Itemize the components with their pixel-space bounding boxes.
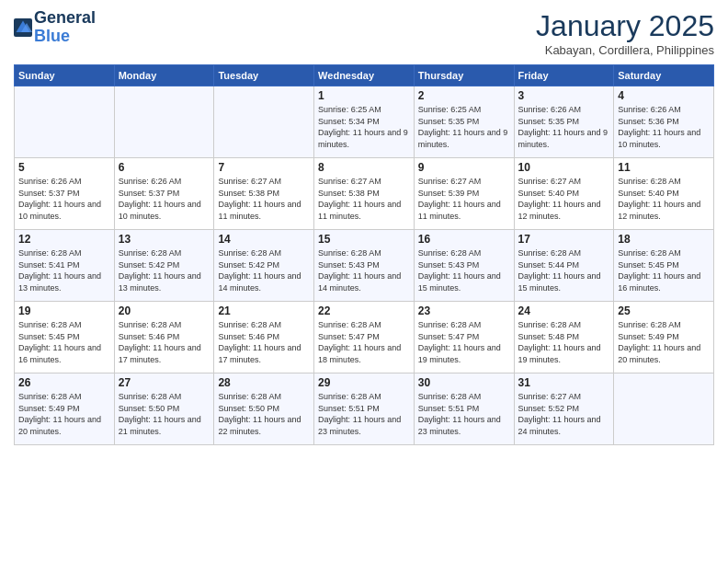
calendar-cell: 28 Sunrise: 6:28 AM Sunset: 5:50 PM Dayl… — [214, 373, 314, 445]
daylight-text: Daylight: 11 hours and 19 minutes. — [518, 343, 601, 364]
sunrise-text: Sunrise: 6:28 AM — [318, 248, 381, 258]
day-info: Sunrise: 6:28 AM Sunset: 5:51 PM Dayligh… — [318, 391, 410, 437]
calendar-cell: 30 Sunrise: 6:28 AM Sunset: 5:51 PM Dayl… — [414, 373, 514, 445]
day-info: Sunrise: 6:27 AM Sunset: 5:40 PM Dayligh… — [518, 176, 610, 222]
page-header: GeneralBlue January 2025 Kabayan, Cordil… — [14, 9, 714, 57]
sunset-text: Sunset: 5:35 PM — [418, 117, 480, 126]
daylight-text: Daylight: 11 hours and 22 minutes. — [218, 415, 301, 436]
day-info: Sunrise: 6:26 AM Sunset: 5:35 PM Dayligh… — [518, 104, 610, 150]
day-number: 26 — [18, 376, 110, 389]
daylight-text: Daylight: 11 hours and 23 minutes. — [418, 415, 501, 436]
location-text: Kabayan, Cordillera, Philippines — [536, 43, 714, 57]
day-number: 14 — [218, 233, 310, 246]
day-number: 29 — [318, 376, 410, 389]
sunset-text: Sunset: 5:40 PM — [618, 189, 679, 198]
col-thursday: Thursday — [414, 65, 514, 86]
day-info: Sunrise: 6:27 AM Sunset: 5:52 PM Dayligh… — [518, 391, 610, 437]
day-info: Sunrise: 6:28 AM Sunset: 5:44 PM Dayligh… — [518, 247, 610, 293]
month-title: January 2025 — [536, 9, 714, 43]
sunrise-text: Sunrise: 6:28 AM — [618, 177, 681, 186]
sunset-text: Sunset: 5:42 PM — [119, 260, 180, 270]
logo-text: GeneralBlue — [34, 9, 96, 46]
calendar-cell: 18 Sunrise: 6:28 AM Sunset: 5:45 PM Dayl… — [614, 230, 714, 302]
daylight-text: Daylight: 11 hours and 24 minutes. — [518, 415, 601, 436]
calendar-cell: 21 Sunrise: 6:28 AM Sunset: 5:46 PM Dayl… — [214, 302, 314, 373]
sunset-text: Sunset: 5:50 PM — [218, 404, 279, 413]
day-number: 18 — [618, 233, 710, 246]
calendar-cell: 26 Sunrise: 6:28 AM Sunset: 5:49 PM Dayl… — [15, 373, 115, 445]
sunrise-text: Sunrise: 6:27 AM — [318, 177, 381, 186]
daylight-text: Daylight: 11 hours and 16 minutes. — [18, 343, 101, 364]
col-wednesday: Wednesday — [314, 65, 415, 86]
daylight-text: Daylight: 11 hours and 11 minutes. — [418, 200, 501, 221]
sunrise-text: Sunrise: 6:28 AM — [618, 248, 681, 258]
sunrise-text: Sunrise: 6:26 AM — [618, 105, 681, 114]
day-number: 17 — [518, 233, 610, 246]
calendar-cell: 5 Sunrise: 6:26 AM Sunset: 5:37 PM Dayli… — [15, 158, 115, 230]
week-row-2: 5 Sunrise: 6:26 AM Sunset: 5:37 PM Dayli… — [15, 158, 714, 230]
sunrise-text: Sunrise: 6:28 AM — [618, 320, 681, 329]
day-info: Sunrise: 6:28 AM Sunset: 5:47 PM Dayligh… — [318, 319, 410, 365]
header-row: Sunday Monday Tuesday Wednesday Thursday… — [15, 65, 714, 86]
calendar-cell: 16 Sunrise: 6:28 AM Sunset: 5:43 PM Dayl… — [414, 230, 514, 302]
day-number: 9 — [418, 161, 510, 174]
day-info: Sunrise: 6:28 AM Sunset: 5:43 PM Dayligh… — [318, 247, 410, 293]
day-info: Sunrise: 6:28 AM Sunset: 5:51 PM Dayligh… — [418, 391, 510, 437]
calendar-cell: 19 Sunrise: 6:28 AM Sunset: 5:45 PM Dayl… — [15, 302, 115, 373]
sunset-text: Sunset: 5:43 PM — [318, 260, 380, 270]
calendar-cell: 25 Sunrise: 6:28 AM Sunset: 5:49 PM Dayl… — [614, 302, 714, 373]
day-number: 12 — [18, 233, 110, 246]
calendar-cell: 7 Sunrise: 6:27 AM Sunset: 5:38 PM Dayli… — [214, 158, 314, 230]
calendar-table: Sunday Monday Tuesday Wednesday Thursday… — [14, 64, 714, 445]
day-info: Sunrise: 6:28 AM Sunset: 5:45 PM Dayligh… — [18, 319, 110, 365]
week-row-5: 26 Sunrise: 6:28 AM Sunset: 5:49 PM Dayl… — [15, 373, 714, 445]
sunset-text: Sunset: 5:43 PM — [418, 260, 480, 270]
day-number: 2 — [418, 89, 510, 102]
calendar-cell: 27 Sunrise: 6:28 AM Sunset: 5:50 PM Dayl… — [114, 373, 214, 445]
logo: GeneralBlue — [14, 9, 96, 46]
day-number: 16 — [418, 233, 510, 246]
sunset-text: Sunset: 5:46 PM — [119, 332, 180, 341]
day-info: Sunrise: 6:27 AM Sunset: 5:38 PM Dayligh… — [218, 176, 310, 222]
daylight-text: Daylight: 11 hours and 18 minutes. — [318, 343, 401, 364]
day-info: Sunrise: 6:27 AM Sunset: 5:38 PM Dayligh… — [318, 176, 410, 222]
day-number: 6 — [119, 161, 210, 174]
day-number: 3 — [518, 89, 610, 102]
day-number: 24 — [518, 304, 610, 317]
col-friday: Friday — [514, 65, 614, 86]
sunrise-text: Sunrise: 6:28 AM — [418, 248, 482, 258]
sunset-text: Sunset: 5:45 PM — [618, 260, 679, 270]
sunrise-text: Sunrise: 6:28 AM — [418, 320, 482, 329]
day-info: Sunrise: 6:28 AM Sunset: 5:47 PM Dayligh… — [418, 319, 510, 365]
logo-icon — [14, 18, 32, 37]
day-info: Sunrise: 6:28 AM Sunset: 5:41 PM Dayligh… — [18, 247, 110, 293]
sunrise-text: Sunrise: 6:28 AM — [119, 248, 182, 258]
daylight-text: Daylight: 11 hours and 9 minutes. — [518, 128, 609, 149]
sunrise-text: Sunrise: 6:28 AM — [18, 392, 82, 401]
sunset-text: Sunset: 5:41 PM — [18, 260, 80, 270]
sunset-text: Sunset: 5:40 PM — [518, 189, 580, 198]
sunset-text: Sunset: 5:51 PM — [418, 404, 480, 413]
daylight-text: Daylight: 11 hours and 17 minutes. — [119, 343, 201, 364]
day-info: Sunrise: 6:28 AM Sunset: 5:49 PM Dayligh… — [618, 319, 710, 365]
calendar-cell: 1 Sunrise: 6:25 AM Sunset: 5:34 PM Dayli… — [314, 86, 415, 158]
day-number: 21 — [218, 304, 310, 317]
calendar-cell: 14 Sunrise: 6:28 AM Sunset: 5:42 PM Dayl… — [214, 230, 314, 302]
col-tuesday: Tuesday — [214, 65, 314, 86]
daylight-text: Daylight: 11 hours and 21 minutes. — [119, 415, 201, 436]
daylight-text: Daylight: 11 hours and 13 minutes. — [119, 271, 201, 293]
sunset-text: Sunset: 5:47 PM — [418, 332, 480, 341]
day-number: 1 — [318, 89, 410, 102]
week-row-1: 1 Sunrise: 6:25 AM Sunset: 5:34 PM Dayli… — [15, 86, 714, 158]
calendar-cell: 15 Sunrise: 6:28 AM Sunset: 5:43 PM Dayl… — [314, 230, 415, 302]
day-info: Sunrise: 6:28 AM Sunset: 5:46 PM Dayligh… — [119, 319, 210, 365]
calendar-cell: 31 Sunrise: 6:27 AM Sunset: 5:52 PM Dayl… — [514, 373, 614, 445]
sunrise-text: Sunrise: 6:28 AM — [318, 320, 381, 329]
day-info: Sunrise: 6:25 AM Sunset: 5:35 PM Dayligh… — [418, 104, 510, 150]
day-number: 10 — [518, 161, 610, 174]
sunset-text: Sunset: 5:38 PM — [318, 189, 380, 198]
day-info: Sunrise: 6:28 AM Sunset: 5:42 PM Dayligh… — [119, 247, 210, 293]
sunrise-text: Sunrise: 6:26 AM — [18, 177, 82, 186]
day-info: Sunrise: 6:28 AM Sunset: 5:45 PM Dayligh… — [618, 247, 710, 293]
calendar-cell: 13 Sunrise: 6:28 AM Sunset: 5:42 PM Dayl… — [114, 230, 214, 302]
